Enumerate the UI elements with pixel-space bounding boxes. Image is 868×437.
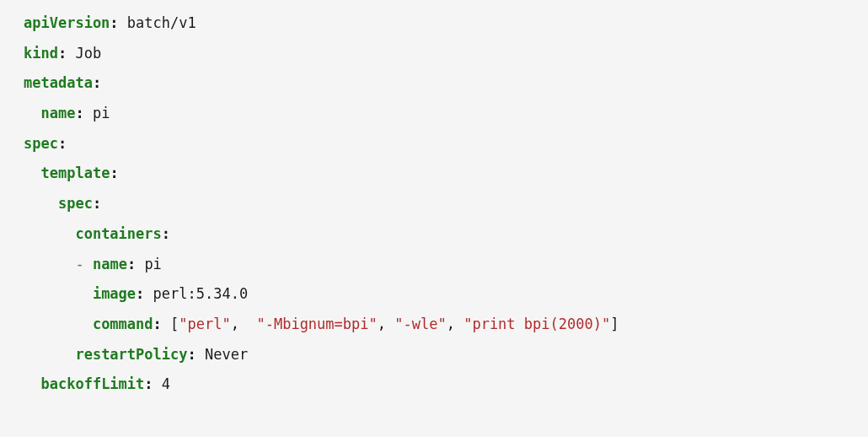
yaml-value: Job xyxy=(75,45,101,62)
bracket-close: ] xyxy=(610,316,619,332)
yaml-value: 4 xyxy=(162,375,170,392)
yaml-code-block: apiVersion: batch/v1 kind: Job metadata:… xyxy=(24,8,844,400)
colon: : xyxy=(58,45,67,62)
bracket-open: [ xyxy=(170,316,179,332)
yaml-key: spec xyxy=(24,135,58,152)
colon: : xyxy=(144,375,153,392)
comma: , xyxy=(447,316,455,332)
colon: : xyxy=(127,256,136,272)
colon: : xyxy=(187,346,196,363)
comma: , xyxy=(378,316,386,332)
yaml-value: pi xyxy=(144,256,161,272)
yaml-key: containers xyxy=(75,225,161,242)
colon: : xyxy=(136,285,144,302)
yaml-value: pi xyxy=(93,105,110,121)
colon: : xyxy=(75,105,83,121)
colon: : xyxy=(93,195,101,212)
colon: : xyxy=(162,225,170,242)
yaml-dash: - xyxy=(75,256,83,272)
colon: : xyxy=(110,165,118,181)
yaml-key: name xyxy=(40,105,75,121)
comma: , xyxy=(231,316,239,332)
yaml-key: apiVersion xyxy=(24,14,110,31)
yaml-key: metadata xyxy=(24,74,93,91)
colon: : xyxy=(93,74,101,91)
yaml-key: kind xyxy=(24,45,58,62)
colon: : xyxy=(58,135,67,152)
yaml-string: "perl" xyxy=(179,316,230,332)
yaml-string: "-Mbignum=bpi" xyxy=(256,316,377,332)
yaml-key: name xyxy=(93,256,127,272)
yaml-value: Never xyxy=(205,346,248,363)
yaml-string: "print bpi(2000)" xyxy=(463,316,610,332)
yaml-value: batch/v1 xyxy=(127,14,196,31)
yaml-value: perl:5.34.0 xyxy=(153,285,249,302)
yaml-key: template xyxy=(40,165,110,181)
yaml-key: backoffLimit xyxy=(40,375,144,392)
yaml-key: restartPolicy xyxy=(75,346,187,363)
colon: : xyxy=(110,14,118,31)
colon: : xyxy=(153,316,162,332)
yaml-key: image xyxy=(93,285,136,302)
yaml-string: "-wle" xyxy=(394,316,446,332)
yaml-key: command xyxy=(93,316,153,332)
yaml-key: spec xyxy=(58,195,93,212)
